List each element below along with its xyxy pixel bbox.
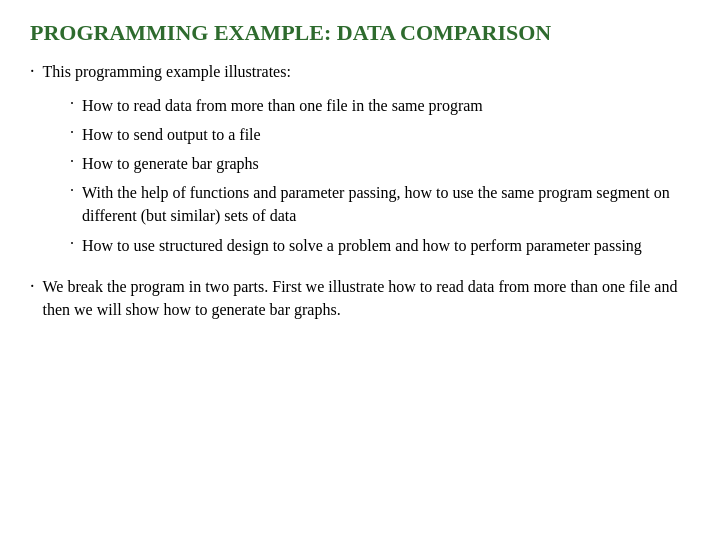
page: PROGRAMMING EXAMPLE: DATA COMPARISON · T…	[0, 0, 720, 540]
intro-bullet-dot: ·	[30, 61, 35, 82]
list-item: · How to use structured design to solve …	[70, 234, 690, 257]
sub-bullet-dot-1: ·	[70, 95, 74, 113]
intro-text: This programming example illustrates:	[43, 60, 291, 83]
bottom-section: · We break the program in two parts. Fir…	[30, 275, 690, 321]
sub-bullet-text-4: With the help of functions and parameter…	[82, 181, 690, 227]
sub-bullet-text-1: How to read data from more than one file…	[82, 94, 483, 117]
list-item: · How to send output to a file	[70, 123, 690, 146]
list-item: · How to generate bar graphs	[70, 152, 690, 175]
bottom-bullet-text: We break the program in two parts. First…	[43, 275, 691, 321]
sub-bullets-list: · How to read data from more than one fi…	[70, 94, 690, 257]
page-title: PROGRAMMING EXAMPLE: DATA COMPARISON	[30, 20, 690, 46]
sub-bullet-text-5: How to use structured design to solve a …	[82, 234, 642, 257]
bottom-bullet: · We break the program in two parts. Fir…	[30, 275, 690, 321]
list-item: · How to read data from more than one fi…	[70, 94, 690, 117]
sub-bullet-text-2: How to send output to a file	[82, 123, 261, 146]
sub-bullet-dot-5: ·	[70, 235, 74, 253]
sub-bullet-text-3: How to generate bar graphs	[82, 152, 259, 175]
sub-bullet-dot-4: ·	[70, 182, 74, 200]
sub-bullet-dot-3: ·	[70, 153, 74, 171]
bottom-bullet-dot: ·	[30, 276, 35, 297]
intro-section: · This programming example illustrates: …	[30, 60, 690, 256]
intro-bullet: · This programming example illustrates:	[30, 60, 690, 83]
sub-bullet-dot-2: ·	[70, 124, 74, 142]
list-item: · With the help of functions and paramet…	[70, 181, 690, 227]
